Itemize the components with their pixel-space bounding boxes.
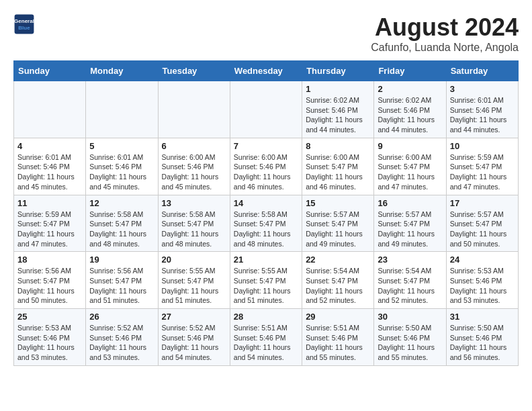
day-detail: Sunrise: 5:54 AM Sunset: 5:47 PM Dayligh…	[378, 266, 442, 306]
header-day-tuesday: Tuesday	[158, 61, 230, 81]
calendar-cell: 3Sunrise: 6:01 AM Sunset: 5:46 PM Daylig…	[446, 81, 518, 138]
day-number: 1	[306, 84, 370, 94]
day-detail: Sunrise: 6:00 AM Sunset: 5:47 PM Dayligh…	[306, 152, 370, 192]
calendar-cell: 21Sunrise: 5:55 AM Sunset: 5:47 PM Dayli…	[230, 252, 302, 309]
day-detail: Sunrise: 6:01 AM Sunset: 5:46 PM Dayligh…	[89, 152, 154, 192]
svg-text:Blue: Blue	[18, 25, 30, 31]
calendar-cell: 15Sunrise: 5:57 AM Sunset: 5:47 PM Dayli…	[302, 195, 374, 252]
calendar-cell: 29Sunrise: 5:51 AM Sunset: 5:46 PM Dayli…	[302, 309, 374, 366]
day-detail: Sunrise: 5:57 AM Sunset: 5:47 PM Dayligh…	[378, 210, 442, 249]
calendar-cell: 18Sunrise: 5:56 AM Sunset: 5:47 PM Dayli…	[14, 252, 86, 309]
calendar-cell: 28Sunrise: 5:51 AM Sunset: 5:46 PM Dayli…	[230, 309, 302, 366]
day-number: 23	[378, 255, 442, 265]
day-detail: Sunrise: 5:59 AM Sunset: 5:47 PM Dayligh…	[450, 152, 515, 192]
day-number: 25	[17, 312, 82, 322]
day-number: 9	[378, 141, 442, 151]
calendar-cell: 27Sunrise: 5:52 AM Sunset: 5:46 PM Dayli…	[158, 309, 230, 366]
day-detail: Sunrise: 6:02 AM Sunset: 5:46 PM Dayligh…	[306, 95, 370, 135]
day-detail: Sunrise: 5:53 AM Sunset: 5:46 PM Dayligh…	[17, 323, 82, 363]
header-day-sunday: Sunday	[14, 61, 86, 81]
header-row: SundayMondayTuesdayWednesdayThursdayFrid…	[14, 61, 519, 81]
day-number: 26	[89, 312, 154, 322]
calendar-table: SundayMondayTuesdayWednesdayThursdayFrid…	[13, 60, 519, 366]
day-number: 7	[234, 141, 298, 151]
day-detail: Sunrise: 5:51 AM Sunset: 5:46 PM Dayligh…	[234, 323, 298, 363]
day-number: 10	[450, 141, 515, 151]
calendar-cell: 2Sunrise: 6:02 AM Sunset: 5:46 PM Daylig…	[374, 81, 446, 138]
calendar-cell: 9Sunrise: 6:00 AM Sunset: 5:47 PM Daylig…	[374, 138, 446, 195]
day-detail: Sunrise: 6:02 AM Sunset: 5:46 PM Dayligh…	[378, 95, 442, 135]
day-detail: Sunrise: 5:55 AM Sunset: 5:47 PM Dayligh…	[162, 266, 226, 306]
day-number: 27	[162, 312, 226, 322]
day-detail: Sunrise: 6:01 AM Sunset: 5:46 PM Dayligh…	[17, 152, 82, 192]
calendar-cell: 24Sunrise: 5:53 AM Sunset: 5:46 PM Dayli…	[446, 252, 518, 309]
day-detail: Sunrise: 5:56 AM Sunset: 5:47 PM Dayligh…	[17, 266, 82, 306]
day-detail: Sunrise: 5:52 AM Sunset: 5:46 PM Dayligh…	[162, 323, 226, 363]
calendar-cell: 31Sunrise: 5:50 AM Sunset: 5:46 PM Dayli…	[446, 309, 518, 366]
calendar-week-4: 18Sunrise: 5:56 AM Sunset: 5:47 PM Dayli…	[14, 252, 519, 309]
calendar-week-2: 4Sunrise: 6:01 AM Sunset: 5:46 PM Daylig…	[14, 138, 519, 195]
day-number: 6	[162, 141, 226, 151]
calendar-cell: 1Sunrise: 6:02 AM Sunset: 5:46 PM Daylig…	[302, 81, 374, 138]
day-number: 4	[17, 141, 82, 151]
day-number: 11	[17, 198, 82, 208]
day-number: 31	[450, 312, 515, 322]
logo: General Blue	[13, 13, 35, 35]
day-number: 3	[450, 84, 515, 94]
header-day-saturday: Saturday	[446, 61, 518, 81]
header-day-monday: Monday	[86, 61, 158, 81]
page-header: General Blue August 2024 Cafunfo, Luanda…	[13, 13, 519, 54]
day-number: 22	[306, 255, 370, 265]
header-day-wednesday: Wednesday	[230, 61, 302, 81]
day-detail: Sunrise: 5:56 AM Sunset: 5:47 PM Dayligh…	[89, 266, 154, 306]
day-detail: Sunrise: 5:55 AM Sunset: 5:47 PM Dayligh…	[234, 266, 298, 306]
day-detail: Sunrise: 5:54 AM Sunset: 5:47 PM Dayligh…	[306, 266, 370, 306]
main-title: August 2024	[371, 13, 519, 42]
calendar-cell: 14Sunrise: 5:58 AM Sunset: 5:47 PM Dayli…	[230, 195, 302, 252]
day-number: 12	[89, 198, 154, 208]
calendar-week-3: 11Sunrise: 5:59 AM Sunset: 5:47 PM Dayli…	[14, 195, 519, 252]
day-number: 15	[306, 198, 370, 208]
day-detail: Sunrise: 6:00 AM Sunset: 5:46 PM Dayligh…	[162, 152, 226, 192]
day-number: 24	[450, 255, 515, 265]
calendar-cell: 4Sunrise: 6:01 AM Sunset: 5:46 PM Daylig…	[14, 138, 86, 195]
day-number: 5	[89, 141, 154, 151]
calendar-cell: 25Sunrise: 5:53 AM Sunset: 5:46 PM Dayli…	[14, 309, 86, 366]
header-day-thursday: Thursday	[302, 61, 374, 81]
calendar-week-5: 25Sunrise: 5:53 AM Sunset: 5:46 PM Dayli…	[14, 309, 519, 366]
day-number: 28	[234, 312, 298, 322]
calendar-cell	[86, 81, 158, 138]
day-number: 21	[234, 255, 298, 265]
calendar-cell: 7Sunrise: 6:00 AM Sunset: 5:46 PM Daylig…	[230, 138, 302, 195]
day-number: 30	[378, 312, 442, 322]
calendar-cell: 26Sunrise: 5:52 AM Sunset: 5:46 PM Dayli…	[86, 309, 158, 366]
calendar-cell: 16Sunrise: 5:57 AM Sunset: 5:47 PM Dayli…	[374, 195, 446, 252]
day-number: 29	[306, 312, 370, 322]
day-number: 13	[162, 198, 226, 208]
day-number: 14	[234, 198, 298, 208]
calendar-cell: 22Sunrise: 5:54 AM Sunset: 5:47 PM Dayli…	[302, 252, 374, 309]
day-number: 19	[89, 255, 154, 265]
day-detail: Sunrise: 5:58 AM Sunset: 5:47 PM Dayligh…	[162, 210, 226, 249]
day-detail: Sunrise: 5:57 AM Sunset: 5:47 PM Dayligh…	[306, 210, 370, 249]
calendar-cell: 23Sunrise: 5:54 AM Sunset: 5:47 PM Dayli…	[374, 252, 446, 309]
day-detail: Sunrise: 5:50 AM Sunset: 5:46 PM Dayligh…	[450, 323, 515, 363]
calendar-cell	[158, 81, 230, 138]
calendar-cell: 11Sunrise: 5:59 AM Sunset: 5:47 PM Dayli…	[14, 195, 86, 252]
day-detail: Sunrise: 5:52 AM Sunset: 5:46 PM Dayligh…	[89, 323, 154, 363]
day-detail: Sunrise: 6:01 AM Sunset: 5:46 PM Dayligh…	[450, 95, 515, 135]
day-number: 18	[17, 255, 82, 265]
day-detail: Sunrise: 5:57 AM Sunset: 5:47 PM Dayligh…	[450, 210, 515, 249]
day-detail: Sunrise: 5:59 AM Sunset: 5:47 PM Dayligh…	[17, 210, 82, 249]
day-detail: Sunrise: 5:53 AM Sunset: 5:46 PM Dayligh…	[450, 266, 515, 306]
calendar-cell: 30Sunrise: 5:50 AM Sunset: 5:46 PM Dayli…	[374, 309, 446, 366]
day-number: 16	[378, 198, 442, 208]
calendar-cell: 8Sunrise: 6:00 AM Sunset: 5:47 PM Daylig…	[302, 138, 374, 195]
subtitle: Cafunfo, Luanda Norte, Angola	[371, 42, 519, 54]
title-block: August 2024 Cafunfo, Luanda Norte, Angol…	[371, 13, 519, 54]
day-detail: Sunrise: 5:58 AM Sunset: 5:47 PM Dayligh…	[89, 210, 154, 249]
calendar-cell: 12Sunrise: 5:58 AM Sunset: 5:47 PM Dayli…	[86, 195, 158, 252]
calendar-cell	[14, 81, 86, 138]
calendar-cell: 17Sunrise: 5:57 AM Sunset: 5:47 PM Dayli…	[446, 195, 518, 252]
day-detail: Sunrise: 6:00 AM Sunset: 5:46 PM Dayligh…	[234, 152, 298, 192]
